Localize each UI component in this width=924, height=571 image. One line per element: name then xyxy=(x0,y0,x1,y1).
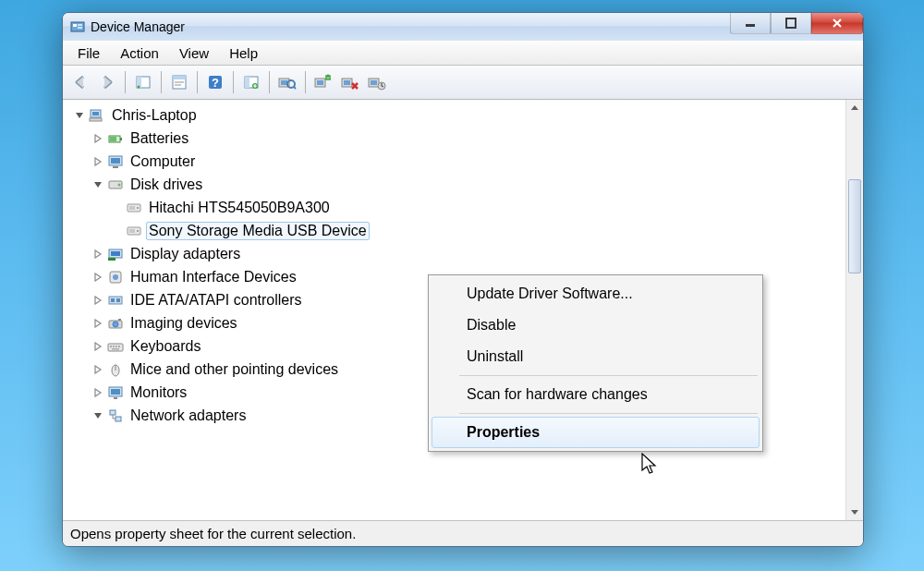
minimize-button[interactable] xyxy=(730,12,771,34)
scroll-thumb[interactable] xyxy=(848,179,861,273)
mouse-icon xyxy=(107,361,124,378)
svg-rect-56 xyxy=(118,319,121,321)
context-menu-separator xyxy=(459,413,758,414)
svg-point-50 xyxy=(113,274,118,280)
tree-item-label: Sony Storage Media USB Device xyxy=(146,222,370,240)
imaging-icon xyxy=(107,315,124,332)
vertical-scrollbar[interactable] xyxy=(845,100,863,520)
window-title: Device Manager xyxy=(91,19,730,34)
svg-rect-25 xyxy=(344,80,350,85)
tree-item-label: Network adapters xyxy=(128,407,249,425)
context-menu-scan[interactable]: Scan for hardware changes xyxy=(432,379,760,410)
maximize-button[interactable] xyxy=(771,12,811,34)
expand-icon[interactable] xyxy=(92,318,103,329)
toolbar: ? xyxy=(63,66,863,100)
tree-root[interactable]: Chris-Laptop xyxy=(74,103,845,127)
tree-item[interactable]: Computer xyxy=(92,150,845,173)
context-menu-disable[interactable]: Disable xyxy=(432,310,760,341)
disk-drive-icon xyxy=(126,223,142,239)
scroll-track[interactable] xyxy=(846,116,863,504)
svg-point-45 xyxy=(137,230,139,232)
back-button[interactable] xyxy=(68,70,92,94)
scan-hardware-toolbar-button[interactable] xyxy=(275,70,299,94)
scroll-up-button[interactable] xyxy=(846,100,863,116)
tree-item[interactable]: Sony Storage Media USB Device xyxy=(111,219,845,242)
window-controls xyxy=(730,13,863,41)
titlebar[interactable]: Device Manager xyxy=(63,13,863,41)
svg-rect-5 xyxy=(786,18,796,28)
collapse-icon[interactable] xyxy=(92,179,103,190)
disk-icon xyxy=(107,176,124,193)
context-menu-uninstall[interactable]: Uninstall xyxy=(432,341,760,372)
toolbar-separator xyxy=(125,71,126,93)
svg-point-42 xyxy=(137,207,139,209)
svg-rect-67 xyxy=(114,397,117,399)
monitor-icon xyxy=(107,384,124,401)
tree-item-label: Display adapters xyxy=(128,245,243,263)
statusbar: Opens property sheet for the current sel… xyxy=(63,521,863,546)
expand-icon[interactable] xyxy=(92,156,103,167)
scroll-down-button[interactable] xyxy=(846,504,863,520)
svg-rect-34 xyxy=(110,137,116,141)
properties-toolbar-button[interactable] xyxy=(167,70,191,94)
context-menu-properties[interactable]: Properties xyxy=(432,417,760,448)
uninstall-toolbar-button[interactable] xyxy=(311,70,335,94)
svg-rect-27 xyxy=(371,80,377,85)
svg-rect-12 xyxy=(175,84,181,86)
svg-rect-23 xyxy=(317,80,323,85)
menu-help[interactable]: Help xyxy=(220,43,267,63)
display-adapter-icon xyxy=(107,246,124,262)
tree-item[interactable]: Display adapters xyxy=(92,242,845,265)
help-toolbar-button[interactable]: ? xyxy=(203,70,227,94)
tree-item-label: Monitors xyxy=(128,383,189,402)
tree-item[interactable]: Batteries xyxy=(92,127,845,150)
expand-icon[interactable] xyxy=(92,364,103,375)
expand-icon[interactable] xyxy=(92,249,103,260)
expand-icon[interactable] xyxy=(92,387,103,398)
svg-line-21 xyxy=(294,87,296,89)
svg-rect-41 xyxy=(129,206,135,210)
svg-rect-62 xyxy=(112,348,119,350)
svg-point-39 xyxy=(118,183,121,186)
svg-rect-36 xyxy=(111,158,120,164)
expand-icon[interactable] xyxy=(92,133,103,144)
close-button[interactable] xyxy=(811,12,863,34)
battery-icon xyxy=(107,130,124,147)
svg-rect-4 xyxy=(746,24,755,27)
menu-view[interactable]: View xyxy=(170,43,218,63)
expand-icon[interactable] xyxy=(92,341,103,352)
expand-icon[interactable] xyxy=(92,295,103,306)
computer-icon xyxy=(89,107,105,124)
forward-button[interactable] xyxy=(95,70,119,94)
enable-toolbar-button[interactable] xyxy=(365,70,389,94)
leaf-indent xyxy=(111,225,122,237)
statusbar-text: Opens property sheet for the current sel… xyxy=(70,526,356,541)
svg-rect-68 xyxy=(110,410,116,415)
tree-item-label: Computer xyxy=(128,152,198,171)
menu-file[interactable]: File xyxy=(68,43,109,63)
tree-item-label: Batteries xyxy=(128,129,191,148)
context-menu-separator xyxy=(459,375,758,376)
svg-rect-19 xyxy=(281,80,287,85)
show-hide-console-tree-button[interactable] xyxy=(131,70,155,94)
collapse-icon[interactable] xyxy=(92,410,103,421)
context-menu-update-driver[interactable]: Update Driver Software... xyxy=(432,278,760,310)
svg-text:?: ? xyxy=(212,76,219,90)
toolbar-separator xyxy=(305,71,306,93)
tree-item[interactable]: Disk drives xyxy=(92,173,845,196)
svg-rect-66 xyxy=(111,389,120,395)
svg-rect-30 xyxy=(92,112,99,115)
tree-item-label: Imaging devices xyxy=(128,314,240,333)
svg-rect-2 xyxy=(78,24,82,26)
svg-rect-69 xyxy=(116,417,121,421)
expand-icon[interactable] xyxy=(92,272,103,283)
menu-action[interactable]: Action xyxy=(111,43,168,63)
tree-item[interactable]: Hitachi HTS545050B9A300 xyxy=(111,196,845,219)
network-icon xyxy=(107,407,124,424)
disable-toolbar-button[interactable] xyxy=(338,70,362,94)
keyboard-icon xyxy=(107,338,124,355)
collapse-icon[interactable] xyxy=(74,110,85,121)
svg-rect-31 xyxy=(90,118,102,121)
update-driver-toolbar-button[interactable] xyxy=(239,70,263,94)
context-menu: Update Driver Software...DisableUninstal… xyxy=(428,274,763,452)
